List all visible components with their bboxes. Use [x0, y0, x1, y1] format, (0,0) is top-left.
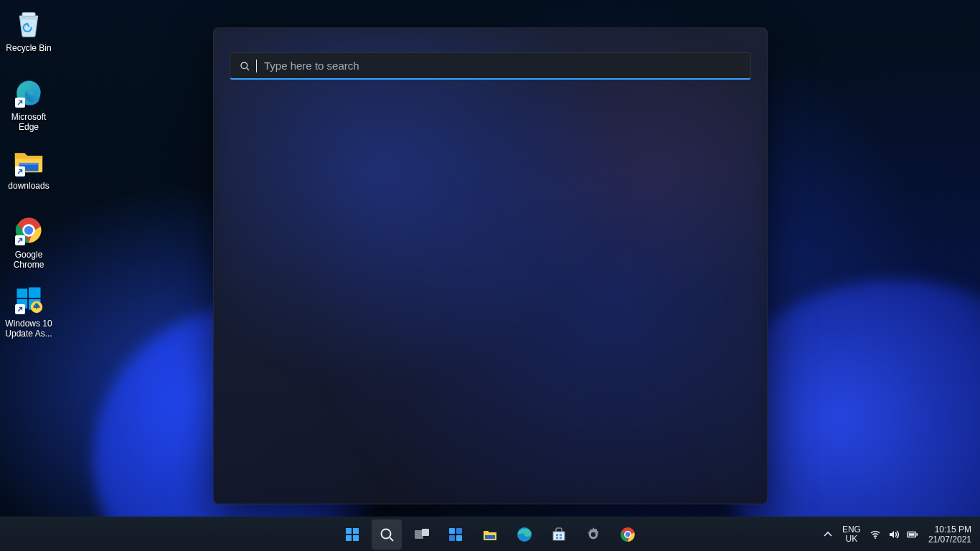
svg-line-13	[247, 68, 249, 70]
svg-point-33	[591, 532, 595, 536]
taskbar-search-button[interactable]	[372, 519, 402, 550]
language-indicator[interactable]: ENG UK	[839, 525, 864, 544]
shortcut-overlay-icon	[15, 235, 25, 245]
svg-rect-7	[17, 288, 28, 298]
desktop-icon-label: Windows 10 Update As...	[2, 319, 55, 339]
store-icon	[550, 526, 567, 543]
widgets-button[interactable]	[440, 519, 471, 550]
desktop-icon-microsoft-edge[interactable]: Microsoft Edge	[0, 72, 57, 141]
taskbar: ENG UK 10:15 PM 21/07/2021	[0, 517, 980, 551]
taskbar-center	[337, 519, 643, 550]
wifi-button[interactable]	[868, 527, 882, 542]
svg-rect-0	[22, 12, 35, 17]
svg-rect-21	[422, 529, 429, 536]
language-line2: UK	[842, 534, 861, 544]
clock-date: 21/07/2021	[928, 534, 971, 545]
search-panel-background	[214, 28, 767, 504]
svg-point-6	[24, 226, 33, 235]
svg-rect-26	[485, 535, 495, 539]
gear-icon	[585, 526, 602, 543]
language-line1: ENG	[842, 525, 861, 534]
speaker-icon	[888, 529, 900, 540]
svg-rect-8	[29, 288, 41, 298]
shortcut-overlay-icon	[15, 304, 25, 314]
shortcut-overlay-icon	[15, 98, 25, 108]
edge-icon	[516, 526, 533, 543]
svg-rect-15	[353, 528, 359, 534]
svg-point-12	[241, 62, 248, 69]
svg-rect-24	[449, 535, 455, 541]
svg-rect-16	[346, 535, 352, 541]
svg-rect-31	[560, 537, 562, 539]
folder-icon	[481, 526, 499, 543]
volume-button[interactable]	[887, 527, 901, 542]
search-input[interactable]	[264, 60, 742, 72]
svg-rect-17	[353, 535, 359, 541]
search-icon	[239, 60, 250, 72]
svg-rect-25	[456, 535, 462, 541]
search-panel	[213, 27, 768, 504]
recycle-bin-icon	[12, 7, 45, 40]
start-button[interactable]	[337, 519, 367, 550]
clock-time: 10:15 PM	[928, 524, 971, 534]
task-view-icon	[413, 526, 430, 543]
desktop-icons-column: Recycle Bin Microsoft Edge	[0, 3, 57, 347]
desktop-icon-win10-update-assistant[interactable]: Windows 10 Update As...	[0, 278, 57, 347]
chrome-icon	[619, 526, 636, 543]
chrome-button[interactable]	[613, 519, 643, 550]
settings-button[interactable]	[578, 519, 608, 550]
chrome-icon	[12, 214, 45, 247]
search-box[interactable]	[230, 52, 751, 80]
svg-rect-29	[560, 534, 562, 536]
widgets-icon	[447, 526, 464, 543]
svg-rect-40	[909, 533, 915, 536]
chevron-up-icon	[822, 529, 834, 540]
task-view-button[interactable]	[406, 519, 436, 550]
desktop-icon-label: Google Chrome	[2, 250, 55, 270]
file-explorer-button[interactable]	[475, 519, 505, 550]
desktop-icon-label: downloads	[8, 181, 49, 191]
clock-button[interactable]: 10:15 PM 21/07/2021	[924, 524, 976, 545]
svg-rect-39	[916, 533, 918, 536]
svg-rect-14	[346, 528, 352, 534]
shortcut-overlay-icon	[15, 166, 25, 176]
wifi-icon	[870, 529, 881, 540]
svg-rect-30	[556, 537, 558, 539]
battery-icon	[907, 529, 918, 540]
battery-button[interactable]	[905, 527, 920, 542]
windows-logo-icon	[344, 526, 361, 543]
svg-point-18	[382, 529, 391, 538]
desktop-icon-recycle-bin[interactable]: Recycle Bin	[0, 3, 57, 72]
edge-icon	[12, 76, 45, 109]
windows-update-icon	[12, 283, 45, 316]
svg-rect-3	[19, 163, 39, 165]
svg-line-19	[390, 537, 394, 541]
folder-icon	[12, 145, 45, 178]
system-tray: ENG UK 10:15 PM 21/07/2021	[821, 517, 976, 551]
desktop-icon-label: Recycle Bin	[6, 43, 51, 53]
svg-point-37	[875, 537, 876, 539]
svg-point-36	[626, 532, 631, 537]
desktop-icon-label: Microsoft Edge	[2, 112, 55, 132]
edge-button[interactable]	[509, 519, 540, 550]
desktop-icon-google-chrome[interactable]: Google Chrome	[0, 209, 57, 278]
svg-rect-23	[456, 528, 462, 534]
desktop-icon-downloads[interactable]: downloads	[0, 141, 57, 209]
text-caret	[256, 60, 257, 72]
store-button[interactable]	[544, 519, 574, 550]
tray-overflow-button[interactable]	[821, 527, 835, 542]
svg-rect-28	[556, 534, 558, 536]
search-icon	[378, 526, 395, 543]
svg-rect-22	[449, 528, 455, 534]
